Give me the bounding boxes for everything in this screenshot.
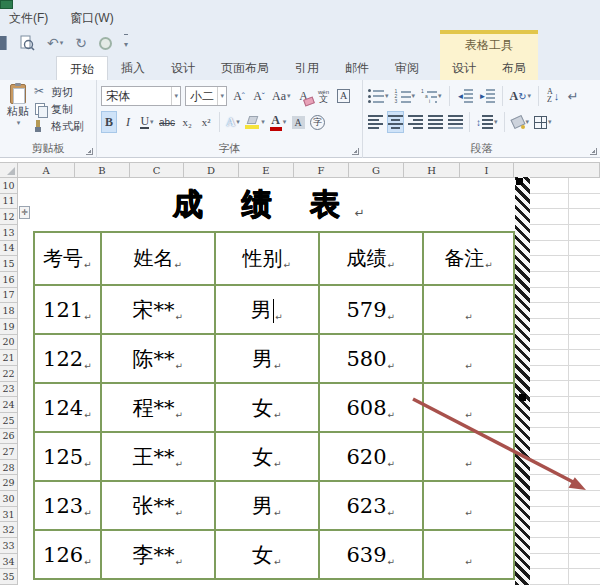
column-header-A[interactable]: A xyxy=(18,163,75,177)
cell-1-4[interactable]: ↵ xyxy=(423,334,514,383)
change-case-button[interactable]: Aa▾ xyxy=(271,85,292,107)
cell-1-2[interactable]: 男↵ xyxy=(215,334,319,383)
column-header-G[interactable]: G xyxy=(349,163,404,177)
menu-window[interactable]: 窗口(W) xyxy=(66,8,117,29)
customize-qat-button[interactable]: ▾ xyxy=(124,34,128,52)
highlight-color-button[interactable]: ▾ xyxy=(244,111,266,133)
row-header-25[interactable]: 25 xyxy=(0,413,17,429)
cell-5-3[interactable]: 639↵ xyxy=(319,530,423,579)
row-header-24[interactable]: 24 xyxy=(0,397,17,413)
row-header-17[interactable]: 17 xyxy=(0,288,17,304)
bold-button[interactable]: B xyxy=(101,111,117,133)
format-painter-button[interactable]: 格式刷 xyxy=(34,118,84,134)
paste-caret-icon[interactable]: ▾ xyxy=(17,119,21,127)
cell-2-1[interactable]: 程**↵ xyxy=(101,383,215,432)
row-header-29[interactable]: 29 xyxy=(0,475,17,491)
decrease-indent-button[interactable]: ◄ xyxy=(456,85,474,107)
cell-0-1[interactable]: 宋**↵ xyxy=(101,285,215,334)
enclose-characters-button[interactable]: 字 xyxy=(309,111,326,133)
show-marks-button[interactable]: ↵ xyxy=(565,85,581,107)
row-header-18[interactable]: 18 xyxy=(0,303,17,319)
cell-5-1[interactable]: 李**↵ xyxy=(101,530,215,579)
row-header-28[interactable]: 28 xyxy=(0,460,17,476)
align-right-button[interactable] xyxy=(407,111,424,133)
cell-4-4[interactable]: ↵ xyxy=(423,481,514,530)
cell-1-1[interactable]: 陈**↵ xyxy=(101,334,215,383)
tab-home[interactable]: 开始 xyxy=(56,56,108,80)
line-spacing-button[interactable]: ↕ ▾ xyxy=(475,111,499,133)
text-direction-button[interactable]: A↻▾ xyxy=(509,85,533,107)
cell-4-2[interactable]: 男↵ xyxy=(215,481,319,530)
row-header-20[interactable]: 20 xyxy=(0,335,17,351)
paragraph-dialog-launcher[interactable] xyxy=(590,148,597,155)
redo-button[interactable]: ↻ xyxy=(75,34,87,52)
cell-3-0[interactable]: 125↵ xyxy=(34,432,101,481)
tab-mailings[interactable]: 邮件 xyxy=(332,56,382,80)
row-header-26[interactable]: 26 xyxy=(0,429,17,445)
row-header-27[interactable]: 27 xyxy=(0,444,17,460)
row-header-33[interactable]: 33 xyxy=(0,538,17,554)
bullets-button[interactable]: ▾ xyxy=(367,85,390,107)
row-header-30[interactable]: 30 xyxy=(0,491,17,507)
tab-table-layout[interactable]: 布局 xyxy=(489,56,539,80)
row-header-35[interactable]: 35 xyxy=(0,569,17,585)
phonetic-guide-button[interactable]: wén文 xyxy=(316,85,332,107)
copy-button[interactable]: 复制 xyxy=(34,101,84,117)
column-header-C[interactable]: C xyxy=(130,163,184,177)
shading-button[interactable]: ▾ xyxy=(510,111,531,133)
cell-5-4[interactable]: ↵ xyxy=(423,530,514,579)
strikethrough-button[interactable]: abc xyxy=(158,111,176,133)
cell-0-4[interactable]: ↵ xyxy=(423,285,514,334)
character-shading-button[interactable]: A xyxy=(290,111,306,133)
header-cell-4[interactable]: 备注↵ xyxy=(423,232,514,285)
cell-2-2[interactable]: 女↵ xyxy=(215,383,319,432)
font-dialog-launcher[interactable] xyxy=(352,148,359,155)
font-name-combo[interactable]: 宋体▾ xyxy=(101,86,181,106)
multilevel-list-button[interactable]: 1 a i ▾ xyxy=(420,85,443,107)
font-size-combo[interactable]: 小二▾ xyxy=(185,86,227,106)
clipboard-dialog-launcher[interactable] xyxy=(86,148,93,155)
column-header-F[interactable]: F xyxy=(294,163,349,177)
distribute-button[interactable] xyxy=(447,111,464,133)
header-cell-2[interactable]: 性别↵ xyxy=(215,232,319,285)
tab-page-layout[interactable]: 页面布局 xyxy=(208,56,282,80)
column-header-E[interactable]: E xyxy=(239,163,294,177)
header-cell-1[interactable]: 姓名↵ xyxy=(101,232,215,285)
cell-2-0[interactable]: 124↵ xyxy=(34,383,101,432)
row-header-16[interactable]: 16 xyxy=(0,272,17,288)
undo-button[interactable]: ↶▾ xyxy=(47,34,63,52)
cut-button[interactable]: 剪切 xyxy=(34,84,84,100)
row-header-15[interactable]: 15 xyxy=(0,256,17,272)
tab-design[interactable]: 设计 xyxy=(158,56,208,80)
column-header-H[interactable]: H xyxy=(404,163,460,177)
object-hatched-border[interactable] xyxy=(515,177,530,585)
cell-3-2[interactable]: 女↵ xyxy=(215,432,319,481)
print-preview-icon[interactable] xyxy=(19,34,35,52)
clear-formatting-button[interactable]: A xyxy=(296,85,312,107)
menu-file[interactable]: 文件(F) xyxy=(5,8,52,29)
cell-2-4[interactable]: ↵ xyxy=(423,383,514,432)
underline-button[interactable]: U▾ xyxy=(139,111,155,133)
font-color-button[interactable]: A ▾ xyxy=(269,111,288,133)
column-header-D[interactable]: D xyxy=(184,163,239,177)
shrink-font-button[interactable]: A xyxy=(251,85,267,107)
tab-review[interactable]: 审阅 xyxy=(382,56,432,80)
cell-3-3[interactable]: 620↵ xyxy=(319,432,423,481)
column-header-I[interactable]: I xyxy=(460,163,514,177)
score-table[interactable]: 考号↵姓名↵性别↵成绩↵备注↵ 121↵宋**↵男↵579↵↵122↵陈**↵男… xyxy=(33,231,515,580)
cell-4-1[interactable]: 张**↵ xyxy=(101,481,215,530)
row-header-34[interactable]: 34 xyxy=(0,554,17,570)
document-page[interactable]: 成 绩 表↵ 考号↵姓名↵性别↵成绩↵备注↵ 121↵宋**↵男↵579↵↵12… xyxy=(22,178,515,585)
borders-button[interactable]: ▾ xyxy=(533,111,553,133)
sort-button[interactable]: AZ ↓ xyxy=(545,85,561,107)
cell-3-4[interactable]: ↵ xyxy=(423,432,514,481)
character-border-button[interactable]: A xyxy=(336,85,352,107)
increase-indent-button[interactable]: ► xyxy=(478,85,496,107)
select-all-corner[interactable] xyxy=(0,163,18,177)
cell-0-2[interactable]: 男↵ xyxy=(215,285,319,334)
row-header-31[interactable]: 31 xyxy=(0,507,17,523)
save-icon[interactable] xyxy=(0,36,7,50)
cell-1-0[interactable]: 122↵ xyxy=(34,334,101,383)
cell-2-3[interactable]: 608↵ xyxy=(319,383,423,432)
header-cell-3[interactable]: 成绩↵ xyxy=(319,232,423,285)
